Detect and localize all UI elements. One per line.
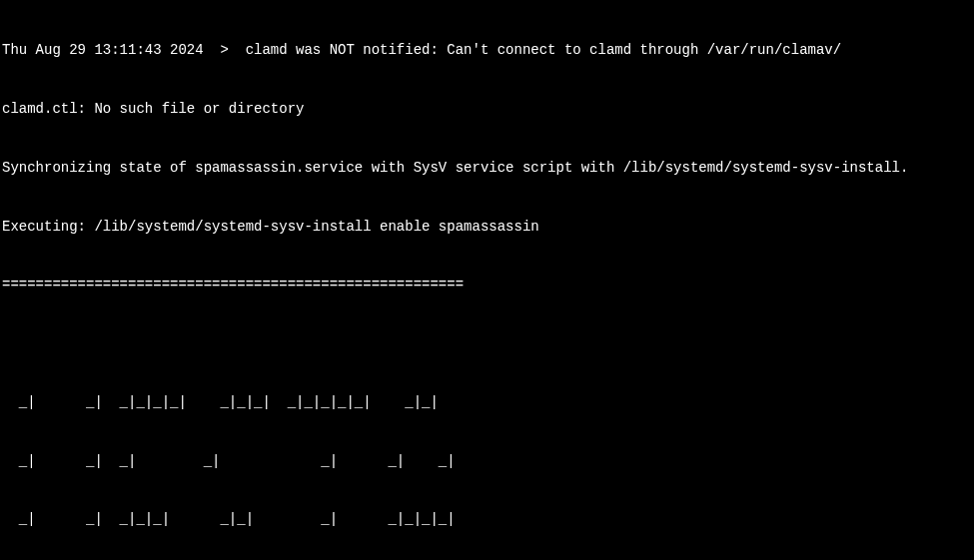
ascii-art-line: _| _| _| _| _| _| _| [2, 452, 972, 472]
ascii-art-line: _| _| _|_|_| _|_| _| _|_|_|_| [2, 510, 972, 530]
sync-line: Synchronizing state of spamassassin.serv… [2, 159, 972, 179]
ascii-art-line: _| _| _|_|_|_| _|_|_| _|_|_|_|_| _|_| [2, 393, 972, 413]
exec-line: Executing: /lib/systemd/systemd-sysv-ins… [2, 218, 972, 238]
divider-line: ========================================… [2, 276, 972, 295]
header-line: Thu Aug 29 13:11:43 2024 > clamd was NOT… [2, 41, 972, 61]
error-line: clamd.ctl: No such file or directory [2, 100, 972, 120]
terminal-output[interactable]: Thu Aug 29 13:11:43 2024 > clamd was NOT… [2, 2, 972, 560]
